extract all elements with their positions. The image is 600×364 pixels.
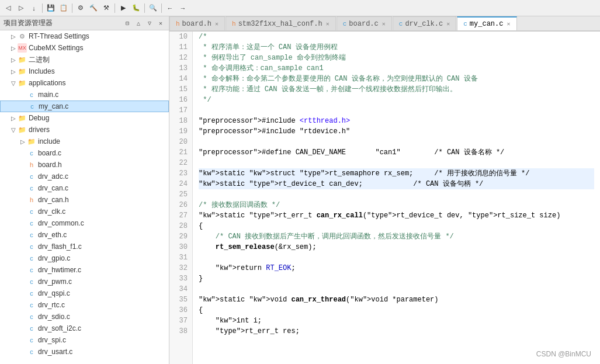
sidebar-item-rt-thread-settings[interactable]: ▷ ⚙ RT-Thread Settings bbox=[0, 30, 169, 42]
sidebar-item-drv-usart-c[interactable]: c drv_usart.c bbox=[0, 346, 169, 358]
file-c-icon: c bbox=[27, 289, 36, 298]
file-c-icon: c bbox=[27, 207, 36, 216]
file-c-icon: c bbox=[27, 183, 36, 193]
sep2 bbox=[72, 4, 72, 13]
sidebar-item-drv-eth-c[interactable]: c drv_eth.c bbox=[0, 229, 169, 241]
toolbar-btn-7[interactable]: 🔨 bbox=[88, 2, 99, 14]
tab-label: my_can.c bbox=[470, 20, 504, 28]
tab-close-icon[interactable]: ✕ bbox=[215, 20, 219, 27]
line-number: 11 bbox=[174, 42, 188, 53]
code-line: "preprocessor">#include "rtdevice.h" bbox=[199, 126, 594, 137]
debug-btn[interactable]: 🐛 bbox=[130, 2, 142, 14]
sidebar-close-icon[interactable]: ✕ bbox=[156, 19, 165, 28]
sidebar-item-drv-qspi-c[interactable]: c drv_qspi.c bbox=[0, 287, 169, 299]
tree-label: Includes bbox=[29, 67, 55, 75]
sidebar-header: 项目资源管理器 ⊟ △ ▽ ✕ bbox=[0, 16, 169, 30]
code-editor[interactable]: 1011121314151617181920212223242526272829… bbox=[169, 32, 600, 364]
file-c-icon: c bbox=[27, 219, 36, 228]
file-c-icon: c bbox=[27, 300, 36, 310]
sidebar-item-debug[interactable]: ▷ 📁 Debug bbox=[0, 112, 169, 124]
file-c-icon: c bbox=[27, 335, 36, 345]
tree-arrow: ▷ bbox=[9, 33, 18, 40]
toolbar-btn-8[interactable]: ⚒ bbox=[100, 2, 112, 14]
sidebar-item-cubemx-settings[interactable]: ▷ MX CubeMX Settings bbox=[0, 42, 169, 54]
tree-label: CubeMX Settings bbox=[29, 44, 83, 52]
tree-arrow: ▷ bbox=[19, 138, 27, 145]
sidebar-item-drv-clk-c[interactable]: c drv_clk.c bbox=[0, 206, 169, 217]
sidebar-item-board-h[interactable]: h board.h bbox=[0, 159, 169, 171]
file-h-icon: h bbox=[27, 160, 36, 169]
tab-my-can-c[interactable]: c my_can.c ✕ bbox=[457, 16, 516, 30]
sidebar-item-drv-spi-c[interactable]: c drv_spi.c bbox=[0, 334, 169, 346]
sidebar-item-drv-adc-c[interactable]: c drv_adc.c bbox=[0, 171, 169, 182]
sidebar-item-binary[interactable]: ▷ 📁 二进制 bbox=[0, 54, 169, 65]
file-c-icon: c bbox=[27, 242, 36, 251]
toolbar-btn-1[interactable]: ◁ bbox=[2, 2, 14, 14]
sidebar-item-drv-common-c[interactable]: c drv_common.c bbox=[0, 217, 169, 229]
toolbar-btn-5[interactable]: 📋 bbox=[58, 2, 70, 14]
sidebar-item-drv-gpio-c[interactable]: c drv_gpio.c bbox=[0, 252, 169, 264]
tree-label: drv_can.h bbox=[38, 196, 69, 204]
line-number: 29 bbox=[174, 231, 188, 242]
sidebar-expand-icon[interactable]: △ bbox=[134, 19, 143, 28]
tree-label: drv_adc.c bbox=[38, 172, 68, 181]
file-c-icon: c bbox=[27, 230, 36, 240]
tab-file-icon: c bbox=[463, 20, 467, 27]
sidebar-item-drv-can-c[interactable]: c drv_can.c bbox=[0, 182, 169, 194]
tab-label: stm32f1xx_hal_conf.h bbox=[238, 20, 322, 28]
tab-board-h[interactable]: h board.h ✕ bbox=[169, 16, 225, 30]
sidebar-item-includes[interactable]: ▷ 📁 Includes bbox=[0, 65, 169, 77]
code-content[interactable]: /* * 程序清单：这是一个 CAN 设备使用例程 * 例程导出了 can_sa… bbox=[193, 32, 600, 364]
tab-close-icon[interactable]: ✕ bbox=[382, 20, 386, 27]
sidebar-item-applications[interactable]: ▽ 📁 applications bbox=[0, 77, 169, 89]
tab-stm32f1xx-hal-conf-h[interactable]: h stm32f1xx_hal_conf.h ✕ bbox=[226, 16, 336, 30]
tab-board-c[interactable]: c board.c ✕ bbox=[337, 16, 392, 30]
tree-label: drv_common.c bbox=[38, 219, 84, 227]
tab-close-icon[interactable]: ✕ bbox=[446, 20, 450, 27]
tab-close-icon[interactable]: ✕ bbox=[507, 20, 510, 27]
code-line bbox=[199, 284, 594, 294]
sidebar-item-drv-rtc-c[interactable]: c drv_rtc.c bbox=[0, 299, 169, 311]
tree-label: drv_spi.c bbox=[38, 336, 66, 344]
code-line: { bbox=[199, 305, 594, 316]
sidebar-item-drivers[interactable]: ▽ 📁 drivers bbox=[0, 124, 169, 136]
sidebar-header-icons: ⊟ △ ▽ ✕ bbox=[123, 19, 165, 28]
sidebar-item-drv-sdio-c[interactable]: c drv_sdio.c bbox=[0, 311, 169, 323]
sidebar-item-drv-pwm-c[interactable]: c drv_pwm.c bbox=[0, 276, 169, 287]
tree-label: drv_can.c bbox=[38, 184, 68, 192]
tab-close-icon[interactable]: ✕ bbox=[326, 20, 330, 27]
code-line bbox=[199, 158, 594, 168]
sidebar-collapse-icon[interactable]: ⊟ bbox=[123, 19, 132, 28]
run-btn[interactable]: ▶ bbox=[117, 2, 129, 14]
save-btn[interactable]: 💾 bbox=[45, 2, 57, 14]
sidebar-item-drv-flash-f1-c[interactable]: c drv_flash_f1.c bbox=[0, 241, 169, 252]
line-number: 37 bbox=[174, 316, 188, 326]
code-line: { bbox=[199, 221, 594, 231]
toolbar-btn-3[interactable]: ↓ bbox=[28, 2, 40, 14]
back-btn[interactable]: ← bbox=[164, 2, 176, 14]
tree-label: my_can.c bbox=[39, 102, 68, 110]
line-number: 18 bbox=[174, 116, 188, 126]
tree-label: drv_hwtimer.c bbox=[38, 266, 81, 274]
sidebar-menu-icon[interactable]: ▽ bbox=[145, 19, 154, 28]
sidebar-item-drv-can-h[interactable]: h drv_can.h bbox=[0, 194, 169, 206]
sidebar-item-my-can-c[interactable]: c my_can.c bbox=[0, 100, 169, 112]
tab-file-icon: c bbox=[399, 20, 403, 27]
toolbar-btn-6[interactable]: ⚙ bbox=[75, 2, 86, 14]
line-number: 23 bbox=[174, 168, 188, 179]
tree-label: drv_soft_i2c.c bbox=[38, 324, 81, 332]
sidebar-item-main-c[interactable]: c main.c bbox=[0, 89, 169, 100]
tree-label: drivers bbox=[29, 126, 50, 134]
code-line: * 程序清单：这是一个 CAN 设备使用例程 bbox=[199, 42, 594, 53]
sidebar-item-drv-soft-i2c-c[interactable]: c drv_soft_i2c.c bbox=[0, 323, 169, 334]
tree-label: board.h bbox=[38, 161, 62, 169]
search-btn[interactable]: 🔍 bbox=[147, 2, 159, 14]
tree-label: drv_clk.c bbox=[38, 207, 65, 216]
sidebar-item-board-c[interactable]: c board.c bbox=[0, 147, 169, 159]
sidebar-item-include[interactable]: ▷ 📁 include bbox=[0, 136, 169, 147]
sidebar-item-drv-hwtimer-c[interactable]: c drv_hwtimer.c bbox=[0, 264, 169, 276]
toolbar-btn-2[interactable]: ▷ bbox=[15, 2, 27, 14]
forward-btn[interactable]: → bbox=[177, 2, 189, 14]
sep1 bbox=[42, 4, 43, 13]
tab-drv-clk-c[interactable]: c drv_clk.c ✕ bbox=[393, 16, 456, 30]
